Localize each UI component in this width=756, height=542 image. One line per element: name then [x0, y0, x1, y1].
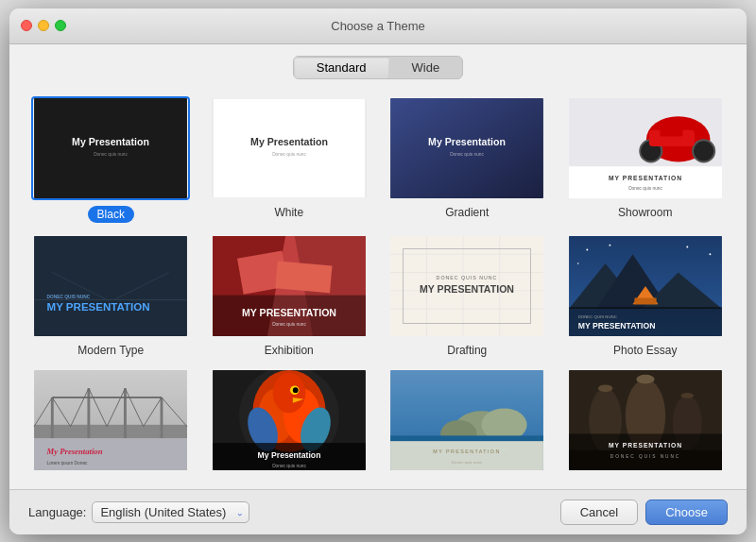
svg-point-107 — [680, 393, 693, 398]
theme-item-12[interactable]: MY PRESENTATION DONEC QUIS NUNC — [563, 368, 729, 478]
svg-text:MY PRESENTATION: MY PRESENTATION — [47, 301, 150, 313]
svg-point-105 — [598, 384, 612, 392]
language-section: Language: English (United States) — [28, 501, 249, 523]
svg-text:My Presentation: My Presentation — [257, 449, 320, 459]
svg-text:MY PRESENTATION: MY PRESENTATION — [420, 282, 514, 294]
svg-point-51 — [586, 248, 588, 250]
svg-rect-7 — [390, 98, 543, 198]
svg-text:Donec quis nunc: Donec quis nunc — [272, 322, 306, 327]
theme-label-drafting: Drafting — [447, 344, 487, 357]
svg-text:Donec quis nunc: Donec quis nunc — [628, 186, 662, 191]
view-mode-control: Standard Wide — [293, 56, 463, 79]
theme-preview-gradient: My Presentation Donec quis nunc — [387, 96, 546, 200]
svg-text:Donec quis nunc: Donec quis nunc — [450, 151, 484, 156]
theme-item-black[interactable]: My Presentation Donec quis nunc Black — [28, 96, 194, 223]
theme-item-showroom[interactable]: MY PRESENTATION Donec quis nunc Showroom — [563, 96, 729, 223]
theme-preview-black: My Presentation Donec quis nunc — [31, 96, 190, 200]
theme-item-exhibition[interactable]: MY PRESENTATION Donec quis nunc Exhibiti… — [207, 234, 372, 357]
theme-item-9[interactable]: My Presentation Lorem ipsum Donec — [28, 368, 194, 478]
svg-text:My Presentation: My Presentation — [72, 136, 149, 147]
theme-item-drafting[interactable]: DONEC QUIS NUNC MY PRESENTATION Drafting — [385, 234, 550, 357]
language-select[interactable]: English (United States) — [92, 501, 249, 523]
svg-rect-109 — [569, 433, 722, 470]
svg-rect-60 — [34, 424, 187, 437]
theme-preview-showroom: MY PRESENTATION Donec quis nunc — [566, 96, 725, 200]
theme-preview-12: MY PRESENTATION DONEC QUIS NUNC — [566, 368, 725, 472]
svg-rect-20 — [34, 236, 187, 336]
svg-point-54 — [709, 253, 711, 255]
svg-text:MY PRESENTATION: MY PRESENTATION — [609, 174, 682, 180]
svg-text:Donec quis nunc: Donec quis nunc — [272, 464, 306, 468]
svg-text:MY PRESENTATION: MY PRESENTATION — [577, 321, 655, 330]
svg-text:Donec quis nunc: Donec quis nunc — [94, 151, 128, 156]
theme-preview-exhibition: MY PRESENTATION Donec quis nunc — [210, 234, 369, 338]
svg-point-55 — [577, 263, 579, 264]
svg-rect-3 — [213, 98, 366, 198]
minimize-button[interactable] — [38, 20, 49, 31]
svg-point-52 — [609, 244, 610, 246]
theme-preview-9: My Presentation Lorem ipsum Donec — [31, 368, 190, 472]
theme-grid: My Presentation Donec quis nunc Black My… — [9, 89, 747, 489]
theme-label-black: Black — [88, 206, 134, 223]
theme-preview-photo-essay: DONEC QUIS NUNC MY PRESENTATION — [566, 234, 725, 338]
theme-label-showroom: Showroom — [618, 206, 672, 219]
cancel-button[interactable]: Cancel — [560, 500, 638, 525]
theme-chooser-window: Choose a Theme Standard Wide My Presenta… — [9, 8, 747, 534]
traffic-lights — [21, 20, 66, 31]
theme-item-photo-essay[interactable]: DONEC QUIS NUNC MY PRESENTATION Photo Es… — [563, 234, 729, 357]
theme-label-photo-essay: Photo Essay — [613, 344, 677, 357]
svg-rect-16 — [660, 125, 682, 136]
theme-preview-white: My Presentation Donec quis nunc — [210, 96, 369, 200]
theme-item-gradient[interactable]: My Presentation Donec quis nunc Gradient — [385, 96, 550, 223]
svg-point-14 — [693, 140, 714, 161]
svg-text:My Presentation: My Presentation — [46, 446, 103, 455]
svg-point-53 — [686, 246, 688, 247]
svg-text:MY PRESENTATION: MY PRESENTATION — [242, 306, 336, 317]
svg-rect-98 — [390, 441, 543, 470]
close-button[interactable] — [21, 20, 32, 31]
choose-button[interactable]: Choose — [645, 500, 728, 525]
svg-text:MY PRESENTATION: MY PRESENTATION — [434, 448, 501, 453]
svg-text:Lorem ipsum Donec: Lorem ipsum Donec — [47, 461, 89, 466]
window-title: Choose a Theme — [331, 19, 425, 33]
svg-text:Donec quis nunc: Donec quis nunc — [452, 460, 483, 465]
svg-text:Donec quis nunc: Donec quis nunc — [272, 151, 306, 156]
theme-preview-10: My Presentation Donec quis nunc — [210, 368, 369, 472]
svg-rect-30 — [275, 261, 332, 293]
svg-rect-17 — [569, 166, 722, 198]
tab-wide[interactable]: Wide — [389, 57, 463, 78]
footer-buttons: Cancel Choose — [560, 500, 728, 525]
svg-text:DONEC QUIS NUNC: DONEC QUIS NUNC — [47, 294, 91, 298]
theme-preview-drafting: DONEC QUIS NUNC MY PRESENTATION — [387, 234, 546, 338]
theme-label-modern-type: Modern Type — [77, 344, 144, 357]
svg-text:My Presentation: My Presentation — [428, 136, 506, 147]
theme-item-modern-type[interactable]: DONEC QUIS NUNC MY PRESENTATION Modern T… — [28, 234, 194, 357]
maximize-button[interactable] — [55, 20, 66, 31]
svg-text:DONEC QUIS NUNC: DONEC QUIS NUNC — [610, 454, 680, 459]
theme-label-exhibition: Exhibition — [265, 344, 314, 357]
theme-preview-modern-type: DONEC QUIS NUNC MY PRESENTATION — [31, 234, 190, 338]
svg-rect-50 — [634, 297, 656, 304]
svg-point-84 — [293, 387, 299, 393]
svg-text:My Presentation: My Presentation — [250, 136, 328, 147]
theme-label-white: White — [274, 206, 303, 219]
theme-item-11[interactable]: MY PRESENTATION Donec quis nunc — [385, 368, 550, 478]
footer: Language: English (United States) Cancel… — [9, 489, 747, 534]
titlebar: Choose a Theme — [9, 8, 747, 44]
tab-standard[interactable]: Standard — [294, 57, 389, 78]
svg-point-82 — [272, 372, 305, 412]
svg-point-106 — [636, 374, 654, 383]
language-select-wrapper[interactable]: English (United States) — [92, 501, 249, 523]
svg-text:DONEC QUIS NUNC: DONEC QUIS NUNC — [437, 275, 498, 280]
theme-item-white[interactable]: My Presentation Donec quis nunc White — [207, 96, 372, 223]
theme-label-gradient: Gradient — [445, 206, 489, 219]
svg-text:MY PRESENTATION: MY PRESENTATION — [609, 441, 682, 448]
theme-item-10[interactable]: My Presentation Donec quis nunc — [207, 368, 372, 478]
language-label: Language: — [28, 505, 86, 519]
svg-rect-0 — [34, 98, 187, 198]
toolbar: Standard Wide — [9, 44, 747, 89]
svg-text:DONEC QUIS NUNC: DONEC QUIS NUNC — [577, 313, 616, 318]
theme-preview-11: MY PRESENTATION Donec quis nunc — [387, 368, 546, 472]
